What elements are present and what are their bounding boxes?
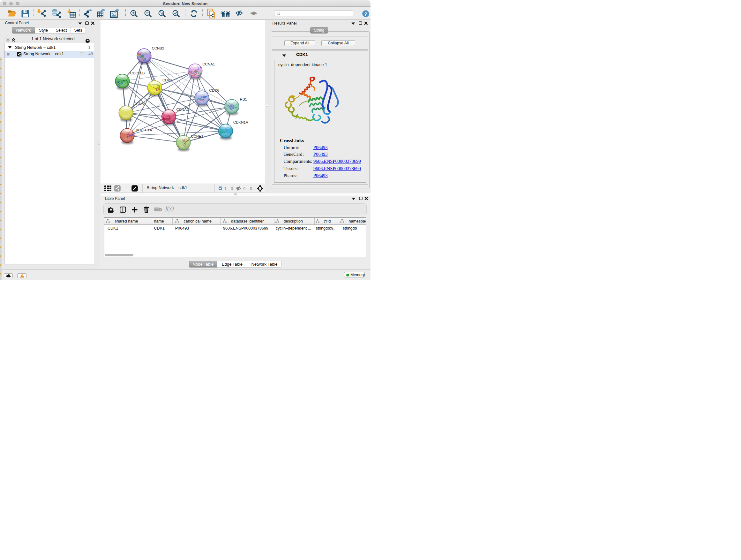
svg-text:CCNB2: CCNB2: [151, 46, 164, 50]
svg-text:CCNE1: CCNE1: [191, 134, 203, 138]
svg-text:CCNA2: CCNA2: [176, 108, 189, 111]
svg-text:CDC6: CDC6: [209, 88, 219, 92]
svg-text:RB1: RB1: [240, 98, 247, 101]
svg-text:CDK1: CDK1: [162, 78, 172, 82]
svg-text:HIST1H1A: HIST1H1A: [134, 128, 152, 132]
svg-text:?: ?: [364, 11, 367, 16]
svg-text:CCNA1: CCNA1: [202, 62, 215, 66]
svg-text:CDKN1A: CDKN1A: [233, 120, 248, 124]
svg-text:CCNB1: CCNB1: [133, 102, 146, 106]
svg-text:CDC25B: CDC25B: [130, 71, 145, 75]
